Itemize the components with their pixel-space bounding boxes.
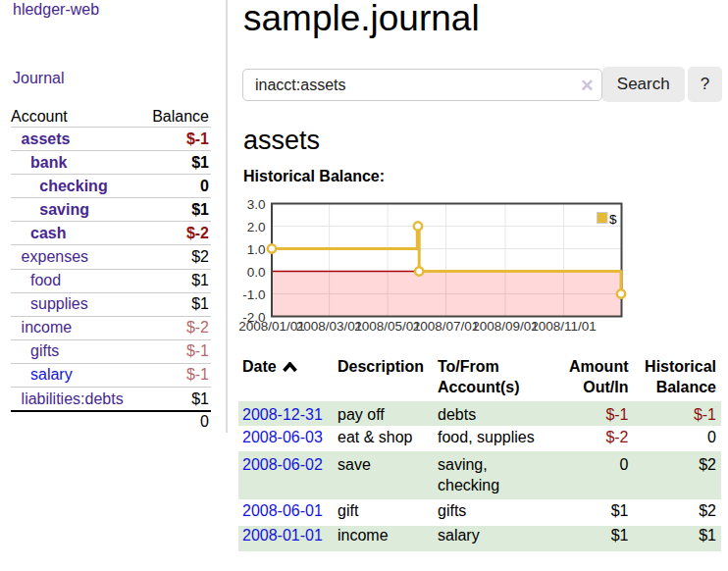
svg-text:2008/05/01: 2008/05/01	[354, 319, 421, 334]
svg-text:2008/11/01: 2008/11/01	[531, 319, 597, 334]
svg-text:1.0: 1.0	[247, 242, 266, 257]
svg-text:$: $	[609, 212, 617, 227]
svg-text:2008/03/01: 2008/03/01	[296, 319, 363, 334]
svg-text:2.0: 2.0	[247, 220, 266, 234]
svg-text:2008/01/01: 2008/01/01	[238, 319, 305, 334]
svg-text:2008/07/01: 2008/07/01	[413, 319, 480, 334]
svg-text:2008/09/01: 2008/09/01	[472, 319, 539, 334]
svg-text:0.0: 0.0	[247, 265, 266, 280]
svg-text:-1.0: -1.0	[242, 287, 265, 302]
svg-text:3.0: 3.0	[247, 197, 266, 212]
